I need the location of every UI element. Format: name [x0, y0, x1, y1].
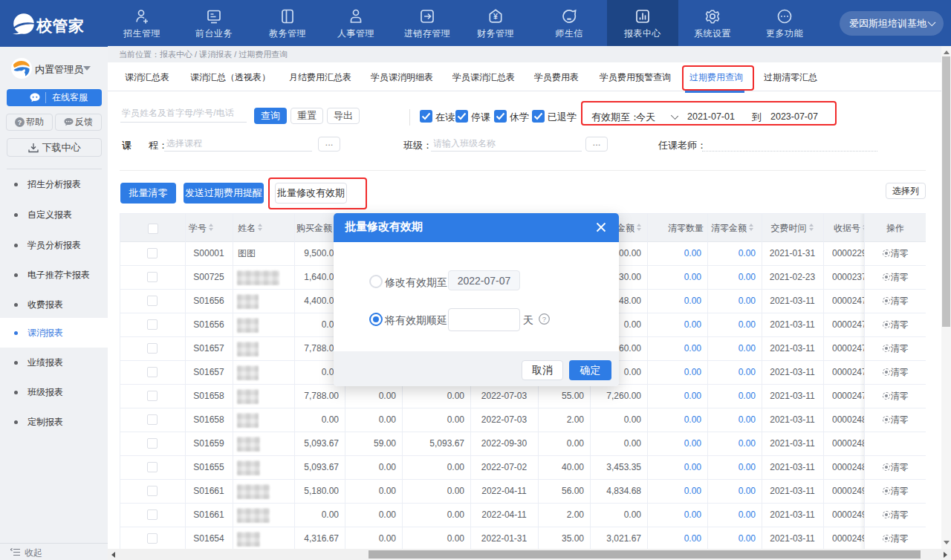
svg-text:?: ?	[542, 315, 546, 323]
svg-text:?: ?	[18, 119, 22, 126]
svg-text:¥: ¥	[493, 12, 498, 21]
